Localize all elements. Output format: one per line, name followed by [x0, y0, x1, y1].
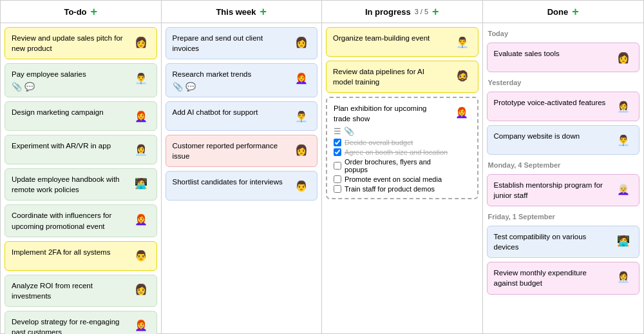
checklist-p3: Decide overall budgetAgree on booth size…: [334, 139, 449, 193]
card-t8[interactable]: Analyze ROI from recent investments: [5, 275, 157, 307]
card-avatar-d3: [614, 131, 632, 149]
card-w4[interactable]: Customer reported performance issue: [166, 135, 318, 167]
checklist-checkbox[interactable]: [334, 162, 341, 170]
checklist-item: Promote event on social media: [334, 175, 449, 183]
card-avatar-d2: [614, 97, 632, 115]
card-d1[interactable]: Evaluate sales tools: [487, 43, 640, 72]
checklist-label: Promote event on social media: [345, 175, 442, 183]
col-body-thisweek: Prepare and send out client invoicesRese…: [162, 23, 322, 334]
section-label: Yesterday: [487, 76, 640, 88]
card-t5[interactable]: Update employee handbook with remote wor…: [5, 168, 157, 201]
checklist-label: Order brochures, flyers and popups: [345, 158, 449, 173]
card-t1[interactable]: Review and update sales pitch for new pr…: [5, 27, 157, 59]
card-icon: ☰: [334, 126, 341, 136]
column-inprogress: In progress 3 / 5 + Organize team-buildi…: [322, 1, 483, 334]
card-w1[interactable]: Prepare and send out client invoices: [166, 27, 318, 59]
card-t6[interactable]: Coordinate with influencers for upcoming…: [5, 204, 157, 237]
card-text-t9: Develop strategy for re-engaging past cu…: [12, 317, 128, 334]
card-t2[interactable]: Pay employee salaries📎💬: [5, 63, 157, 97]
card-avatar-t5: [132, 174, 150, 192]
card-avatar-t9: [132, 317, 150, 334]
card-text-d6: Review monthly expenditure against budge…: [494, 268, 611, 288]
add-thisweek-button[interactable]: +: [260, 6, 267, 17]
progress-badge: 3 / 5: [415, 8, 428, 15]
checklist-label: Decide overall budget: [345, 139, 413, 146]
card-icon: 📎: [12, 82, 22, 92]
card-avatar-t7: [132, 247, 150, 265]
card-icons-w2: 📎💬: [173, 82, 289, 92]
card-inner-p1: Organize team-building event: [333, 33, 453, 43]
card-icons-p3: ☰📎: [334, 126, 449, 136]
card-t9[interactable]: Develop strategy for re-engaging past cu…: [5, 311, 157, 334]
card-avatar-w3: [292, 107, 310, 125]
card-d3[interactable]: Company website is down: [487, 125, 640, 155]
card-inner-t1: Review and update sales pitch for new pr…: [12, 33, 132, 54]
card-inner-d2: Prototype voice-activated features: [494, 97, 615, 108]
card-avatar-w2: [292, 69, 310, 87]
card-icon: 💬: [185, 82, 196, 92]
card-avatar-d1: [614, 48, 632, 66]
col-title-todo: To-do: [64, 7, 86, 17]
checklist-checkbox[interactable]: [334, 148, 341, 156]
card-inner-t8: Analyze ROI from recent investments: [12, 280, 132, 301]
card-inner-t9: Develop strategy for re-engaging past cu…: [12, 317, 132, 334]
card-p2[interactable]: Review data pipelines for AI model train…: [326, 61, 478, 93]
card-w5[interactable]: Shortlist candidates for interviews: [166, 171, 318, 201]
card-icons-t2: 📎💬: [12, 82, 128, 92]
checklist-checkbox[interactable]: [334, 139, 341, 146]
card-avatar-p3: [453, 103, 471, 121]
card-inner-p3: Plan exhibition for upcoming trade show☰…: [334, 103, 453, 193]
card-avatar-t1: [132, 33, 150, 51]
card-p3[interactable]: Plan exhibition for upcoming trade show☰…: [326, 97, 478, 199]
card-text-t4: Experiment with AR/VR in app: [12, 141, 128, 151]
card-inner-t2: Pay employee salaries📎💬: [12, 69, 132, 92]
card-text-d4: Establish mentorship program for junior …: [494, 180, 611, 201]
card-inner-t6: Coordinate with influencers for upcoming…: [12, 210, 132, 231]
add-inprogress-button[interactable]: +: [432, 6, 439, 17]
checklist-item: Decide overall budget: [334, 139, 449, 146]
card-t4[interactable]: Experiment with AR/VR in app: [5, 135, 157, 164]
card-d6[interactable]: Review monthly expenditure against budge…: [487, 262, 640, 294]
card-text-t5: Update employee handbook with remote wor…: [12, 174, 128, 195]
card-p1[interactable]: Organize team-building event: [326, 27, 478, 57]
card-avatar-t2: [132, 69, 150, 87]
card-text-d1: Evaluate sales tools: [494, 48, 611, 59]
col-title-thisweek: This week: [216, 7, 256, 17]
card-inner-t3: Design marketing campaign: [12, 107, 132, 117]
card-avatar-w4: [292, 141, 310, 159]
card-inner-t4: Experiment with AR/VR in app: [12, 141, 132, 151]
card-icon: 📎: [173, 82, 183, 92]
card-w2[interactable]: Research market trends📎💬: [166, 63, 318, 97]
col-header-thisweek: This week +: [162, 1, 322, 23]
checklist-item: Train staff for product demos: [334, 185, 449, 193]
card-w3[interactable]: Add AI chatbot for support: [166, 101, 318, 131]
add-done-button[interactable]: +: [572, 6, 579, 17]
card-text-d3: Company website is down: [494, 131, 611, 141]
card-avatar-t3: [132, 107, 150, 125]
card-inner-w3: Add AI chatbot for support: [173, 107, 293, 117]
checklist-checkbox[interactable]: [334, 175, 341, 183]
card-text-w2: Research market trends: [173, 69, 289, 79]
card-inner-d1: Evaluate sales tools: [494, 48, 615, 59]
kanban-board: To-do + Review and update sales pitch fo…: [0, 0, 644, 334]
card-d2[interactable]: Prototype voice-activated features: [487, 92, 640, 121]
card-avatar-p1: [453, 33, 471, 51]
card-d4[interactable]: Establish mentorship program for junior …: [487, 174, 640, 206]
card-inner-t7: Implement 2FA for all systems: [12, 247, 132, 257]
col-body-todo: Review and update sales pitch for new pr…: [1, 23, 161, 334]
add-todo-button[interactable]: +: [91, 6, 98, 17]
checklist-label: Agree on booth size and location: [345, 148, 448, 156]
checklist-checkbox[interactable]: [334, 185, 341, 193]
card-text-t1: Review and update sales pitch for new pr…: [12, 33, 128, 54]
card-inner-p2: Review data pipelines for AI model train…: [333, 66, 453, 87]
card-text-t6: Coordinate with influencers for upcoming…: [12, 210, 128, 231]
card-t3[interactable]: Design marketing campaign: [5, 101, 157, 131]
card-t7[interactable]: Implement 2FA for all systems: [5, 241, 157, 271]
column-thisweek: This week + Prepare and send out client …: [162, 1, 323, 334]
card-avatar-w5: [292, 177, 310, 195]
card-d5[interactable]: Test compatibility on various devices: [487, 226, 640, 258]
col-header-todo: To-do +: [1, 1, 161, 23]
card-text-d5: Test compatibility on various devices: [494, 231, 611, 252]
card-inner-t5: Update employee handbook with remote wor…: [12, 174, 132, 195]
card-avatar-d6: [614, 268, 632, 286]
